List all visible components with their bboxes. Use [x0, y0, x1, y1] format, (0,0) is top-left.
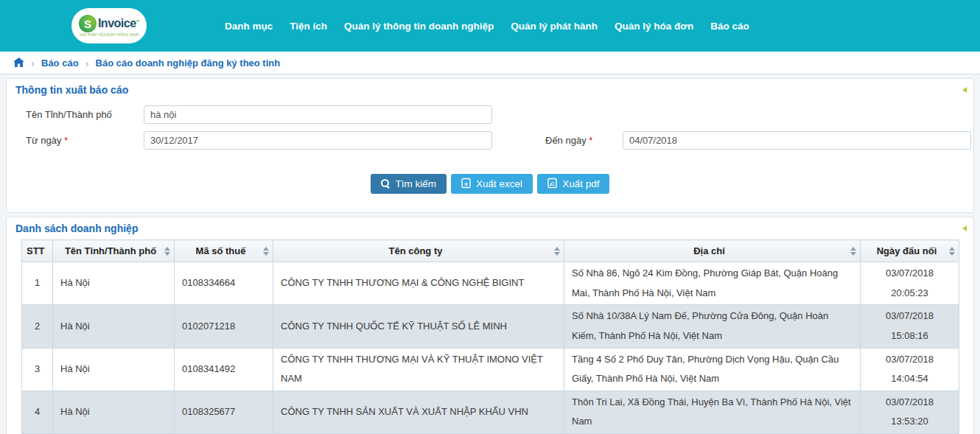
- logo-s-icon: S: [79, 15, 97, 32]
- province-input[interactable]: [144, 105, 492, 124]
- cell-date: 03/07/2018 15:08:16: [861, 305, 959, 348]
- nav-item-quan-ly-thong-tin-doanh-nghiep[interactable]: Quản lý thông tin doanh nghiệp: [344, 21, 494, 32]
- cell-date: 03/07/2018 20:05:23: [861, 262, 959, 305]
- breadcrumb-separator: ›: [31, 57, 35, 69]
- cell-tax-code: 0108334664: [175, 262, 273, 305]
- report-form-title: Thông tin xuất báo cáo: [7, 79, 973, 98]
- cell-company: CÔNG TY TNHH SẢN XUẤT VÀ XUẤT NHẬP KHẨU …: [273, 391, 564, 433]
- cell-date: 03/07/2018 13:53:20: [861, 391, 959, 433]
- province-label: Tên Tỉnh/Thành phố: [26, 109, 144, 120]
- company-list-title: Danh sách doanh nghiệp: [7, 217, 973, 237]
- column-header-tax-code[interactable]: Mã số thuế: [175, 240, 273, 262]
- cell-tax-code: 0102071218: [175, 305, 273, 348]
- sort-icon[interactable]: [949, 247, 955, 256]
- province-row: Tên Tỉnh/Thành phố: [26, 105, 973, 124]
- nav-item-danh-muc[interactable]: Danh mục: [225, 21, 273, 32]
- company-list-panel: Danh sách doanh nghiệp STT Tên Tỉnh/Thàn…: [6, 217, 974, 434]
- cell-tax-code: 0108341492: [175, 348, 273, 391]
- nav-item-tien-ich[interactable]: Tiện ích: [290, 21, 327, 32]
- cell-stt: 3: [22, 348, 53, 391]
- cell-date: 03/07/2018 14:04:54: [861, 348, 959, 391]
- required-asterisk: *: [64, 135, 68, 146]
- cell-province: Hà Nội: [53, 305, 175, 348]
- nav-item-quan-ly-phat-hanh[interactable]: Quản lý phát hành: [511, 21, 598, 32]
- cell-stt: 2: [22, 305, 53, 348]
- svg-text:x: x: [464, 180, 468, 186]
- panel-collapse-icon[interactable]: [962, 87, 967, 93]
- nav-item-bao-cao[interactable]: Báo cáo: [710, 21, 749, 32]
- cell-address: Tầng 4 Số 2 Phố Duy Tân, Phường Dịch Vọn…: [564, 348, 861, 391]
- sinvoice-logo[interactable]: S Invoice» GIẢI PHÁP HÓA ĐƠN THÔNG MINH: [71, 8, 147, 43]
- to-date-input[interactable]: [623, 131, 971, 150]
- table-row: 2 Hà Nội 0102071218 CÔNG TY TNHH QUỐC TẾ…: [22, 305, 959, 348]
- cell-company: CÔNG TY TNHH QUỐC TẾ KỸ THUẬT SỐ LÊ MINH: [273, 305, 564, 348]
- export-pdf-button[interactable]: Xuất pdf: [537, 174, 609, 194]
- logo-brand-text: Invoice»: [98, 17, 139, 30]
- nav-item-quan-ly-hoa-don[interactable]: Quản lý hóa đơn: [615, 21, 693, 32]
- from-date-label: Từ ngày *: [26, 135, 144, 146]
- panel-collapse-icon[interactable]: [962, 225, 967, 231]
- table-header-row: STT Tên Tỉnh/Thành phố Mã số thuế Tên cô…: [22, 240, 959, 262]
- column-header-date[interactable]: Ngày đấu nối: [861, 240, 959, 262]
- cell-company: CÔNG TY TNHH THƯƠNG MẠI VÀ KỸ THUẬT IMON…: [273, 348, 564, 391]
- cell-province: Hà Nội: [53, 262, 175, 305]
- app-header: S Invoice» GIẢI PHÁP HÓA ĐƠN THÔNG MINH …: [0, 0, 980, 52]
- cell-tax-code: 0108325677: [175, 391, 273, 433]
- company-table: STT Tên Tỉnh/Thành phố Mã số thuế Tên cô…: [21, 239, 959, 434]
- table-row: 1 Hà Nội 0108334664 CÔNG TY TNHH THƯƠNG …: [22, 262, 959, 305]
- cell-stt: 1: [22, 262, 53, 305]
- table-row: 4 Hà Nội 0108325677 CÔNG TY TNHH SẢN XUẤ…: [22, 391, 959, 433]
- company-table-wrap: STT Tên Tỉnh/Thành phố Mã số thuế Tên cô…: [21, 239, 959, 434]
- search-button[interactable]: Tìm kiếm: [371, 174, 447, 194]
- column-header-address[interactable]: Địa chỉ: [564, 240, 861, 262]
- excel-file-icon: x: [461, 178, 471, 191]
- cell-company: CÔNG TY TNHH THƯƠNG MẠI & CÔNG NGHỆ BIGI…: [273, 262, 564, 305]
- cell-province: Hà Nội: [53, 348, 175, 391]
- cell-address: Số Nhà 86, Ngõ 24 Kim Đồng, Phường Giáp …: [564, 262, 861, 305]
- search-icon: [381, 179, 391, 189]
- cell-stt: 4: [22, 391, 53, 433]
- sort-icon[interactable]: [164, 247, 170, 256]
- sort-icon[interactable]: [850, 247, 856, 256]
- column-header-company[interactable]: Tên công ty: [273, 240, 564, 262]
- form-actions: Tìm kiếm x Xuất excel Xuất pdf: [7, 174, 973, 194]
- from-date-input[interactable]: [144, 131, 492, 150]
- to-date-label: Đến ngày *: [545, 135, 623, 146]
- main-nav: Danh mục Tiện ích Quản lý thông tin doan…: [225, 21, 749, 32]
- cell-province: Hà Nội: [53, 391, 175, 433]
- cell-address: Thôn Tri Lai, Xã Đồng Thái, Huyện Ba Vì,…: [564, 391, 861, 433]
- home-icon[interactable]: [13, 57, 24, 68]
- logo-accent-mark: »: [136, 17, 140, 24]
- required-asterisk: *: [589, 135, 592, 146]
- cell-address: Số Nhà 10/38A Lý Nam Đế, Phường Cửa Đông…: [564, 305, 861, 348]
- breadcrumb-current-page: Báo cáo doanh nghiệp đăng ký theo tỉnh: [96, 57, 281, 69]
- table-row: 3 Hà Nội 0108341492 CÔNG TY TNHH THƯƠNG …: [22, 348, 959, 391]
- column-header-stt: STT: [22, 240, 53, 262]
- sort-icon[interactable]: [263, 247, 269, 256]
- logo-tagline: GIẢI PHÁP HÓA ĐƠN THÔNG MINH: [80, 33, 139, 37]
- pdf-file-icon: [547, 178, 557, 191]
- export-excel-button[interactable]: x Xuất excel: [451, 174, 533, 194]
- breadcrumb: › Báo cáo › Báo cáo doanh nghiệp đăng ký…: [0, 52, 980, 74]
- breadcrumb-separator: ›: [85, 57, 89, 69]
- column-header-province[interactable]: Tên Tỉnh/Thành phố: [53, 240, 175, 262]
- sort-icon[interactable]: [554, 247, 560, 256]
- date-range-row: Từ ngày * Đến ngày *: [26, 131, 973, 150]
- breadcrumb-bao-cao[interactable]: Báo cáo: [41, 57, 79, 69]
- report-form-panel: Thông tin xuất báo cáo Tên Tỉnh/Thành ph…: [6, 78, 974, 213]
